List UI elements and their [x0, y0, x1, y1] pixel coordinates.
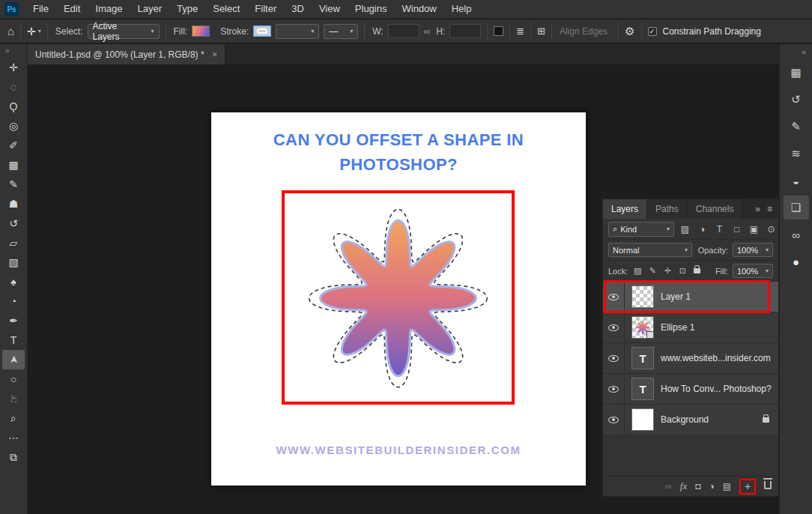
link-layers-icon[interactable]: ∞ [665, 481, 672, 492]
tool-swatches[interactable]: ⧉ [2, 447, 25, 467]
tool-eraser[interactable]: ▱ [2, 233, 25, 253]
libraries-panel-icon[interactable]: ∞ [784, 223, 809, 247]
filter-shape-icon[interactable]: □ [730, 224, 743, 235]
menu-item-window[interactable]: Window [394, 0, 443, 18]
layer-name[interactable]: Layer 1 [661, 291, 691, 302]
tab-paths[interactable]: Paths [647, 199, 688, 219]
filter-adjustment-icon[interactable]: ◑ [696, 224, 709, 235]
path-arrangement-icon[interactable]: ⊞ [537, 25, 545, 37]
history-panel-icon[interactable]: ↺ [784, 88, 809, 112]
blend-mode-dropdown[interactable]: Normal ▾ [608, 243, 692, 257]
panel-collapse-icon[interactable]: « [780, 44, 812, 59]
fill-dropdown[interactable]: 100% ▾ [733, 264, 773, 278]
panel-more-icon[interactable]: » [755, 204, 760, 214]
filter-type-icon[interactable]: T [713, 224, 726, 235]
layer-row-website-text[interactable]: T www.websiteb...insider.com [603, 343, 778, 374]
filter-smart-object-icon[interactable]: ▣ [748, 224, 760, 235]
tool-gradient[interactable]: ▧ [2, 253, 25, 272]
layer-thumbnail[interactable] [631, 408, 654, 431]
tool-hand[interactable]: ☞ [2, 389, 25, 408]
select-mode-dropdown[interactable]: Active Layers ▾ [88, 24, 160, 39]
tab-layers[interactable]: Layers [603, 199, 647, 219]
toolbar-collapse-icon[interactable]: » [0, 44, 27, 58]
delete-layer-button[interactable] [764, 481, 772, 492]
stroke-width-dropdown[interactable]: ▾ [276, 24, 319, 39]
tool-pen[interactable]: ✒ [2, 311, 25, 330]
new-group-icon[interactable]: ▤ [723, 481, 731, 492]
width-input[interactable] [388, 24, 419, 38]
tool-eyedropper[interactable]: ✐ [2, 136, 25, 155]
menu-item-image[interactable]: Image [88, 0, 130, 18]
stroke-type-dropdown[interactable]: — ▾ [324, 24, 358, 39]
tool-type[interactable]: T [2, 330, 25, 350]
layer-name[interactable]: Ellipse 1 [661, 322, 694, 333]
layer-row-howto-text[interactable]: T How To Conv... Photoshop? [603, 374, 778, 405]
menu-item-3d[interactable]: 3D [284, 0, 312, 18]
menu-item-plugins[interactable]: Plugins [348, 0, 395, 18]
height-input[interactable] [449, 24, 481, 38]
tab-channels[interactable]: Channels [688, 199, 743, 219]
filter-pixel-icon[interactable]: ▨ [679, 224, 691, 235]
menu-item-type[interactable]: Type [169, 0, 205, 18]
lock-transparent-icon[interactable]: ▨ [632, 266, 643, 276]
tool-dodge[interactable]: ◔ [2, 291, 25, 311]
lock-artboard-icon[interactable]: ⊡ [677, 266, 688, 276]
panel-menu-icon[interactable]: ≡ [767, 204, 772, 214]
materials-panel-icon[interactable]: ● [784, 250, 809, 273]
photoshop-logo[interactable]: Ps [4, 2, 19, 16]
adjustment-layer-icon[interactable]: ◑ [709, 481, 714, 492]
color-panel-icon[interactable]: ◒ [784, 169, 809, 193]
tool-quick-selection[interactable]: ◎ [2, 116, 25, 136]
filter-switch-icon[interactable]: ⊙ [765, 224, 778, 235]
visibility-toggle[interactable] [603, 374, 625, 404]
menu-item-filter[interactable]: Filter [247, 0, 284, 18]
menu-item-view[interactable]: View [312, 0, 348, 18]
tool-move[interactable]: ✛ [2, 58, 25, 77]
tool-clone-stamp[interactable]: ☗ [2, 194, 25, 214]
artboard[interactable]: CAN YOU OFFSET A SHAPE IN PHOTOSHOP? WWW… [211, 112, 586, 486]
tool-more[interactable]: ⋯ [2, 428, 25, 447]
text-layer-thumbnail[interactable]: T [631, 347, 654, 369]
constrain-checkbox[interactable]: ✓ [648, 27, 657, 36]
tool-marquee[interactable]: ◌ [2, 77, 25, 97]
fill-swatch[interactable] [192, 25, 210, 37]
opacity-dropdown[interactable]: 100% ▾ [733, 243, 773, 257]
layer-row-background[interactable]: Background [603, 405, 778, 435]
visibility-toggle[interactable] [603, 282, 625, 312]
tool-history-brush[interactable]: ↺ [2, 214, 25, 233]
tool-brush[interactable]: ✎ [2, 175, 25, 194]
layer-row-layer-1[interactable]: Layer 1 [603, 282, 778, 312]
lock-pixels-icon[interactable]: ✎ [647, 266, 658, 276]
add-mask-icon[interactable]: ◘ [695, 481, 700, 492]
document-tab[interactable]: Untitled-1.psd @ 100% (Layer 1, RGB/8) *… [28, 44, 225, 64]
adjustments-panel-icon[interactable]: ≋ [784, 142, 809, 166]
tool-preset-picker[interactable]: ✛ ▾ [27, 25, 41, 37]
shape-mode-icon[interactable] [494, 26, 503, 36]
menu-item-file[interactable]: File [25, 0, 56, 18]
layers-panel-icon[interactable]: ❏ [784, 196, 809, 220]
stroke-swatch[interactable] [253, 25, 271, 37]
link-dimensions-icon[interactable]: ∞ [424, 26, 431, 37]
tool-path-selection[interactable]: ➤ [2, 350, 25, 369]
tool-zoom[interactable]: ⌕ [2, 408, 25, 428]
layer-style-icon[interactable]: fx [680, 480, 687, 492]
brush-settings-panel-icon[interactable]: ✎ [784, 115, 809, 139]
tool-blur[interactable]: ♠ [2, 272, 25, 291]
close-icon[interactable]: × [212, 49, 218, 60]
menu-item-layer[interactable]: Layer [130, 0, 170, 18]
artboards-panel-icon[interactable]: ▦ [784, 61, 809, 85]
tool-ellipse[interactable]: ○ [2, 369, 25, 389]
visibility-toggle[interactable] [603, 312, 625, 342]
layer-thumbnail[interactable] [631, 285, 654, 308]
tool-healing[interactable]: ▩ [2, 155, 25, 175]
layer-name[interactable]: Background [661, 414, 709, 425]
text-layer-thumbnail[interactable]: T [631, 378, 654, 400]
menu-item-edit[interactable]: Edit [56, 0, 88, 18]
new-layer-button[interactable]: + [745, 480, 751, 492]
filter-kind-dropdown[interactable]: ⌕ Kind ▾ [608, 222, 674, 237]
visibility-toggle[interactable] [603, 343, 625, 373]
layer-thumbnail[interactable] [631, 316, 654, 339]
home-icon[interactable]: ⌂ [7, 25, 14, 37]
tool-lasso[interactable]: Ϙ [2, 97, 25, 116]
layer-name[interactable]: www.websiteb...insider.com [661, 353, 771, 363]
